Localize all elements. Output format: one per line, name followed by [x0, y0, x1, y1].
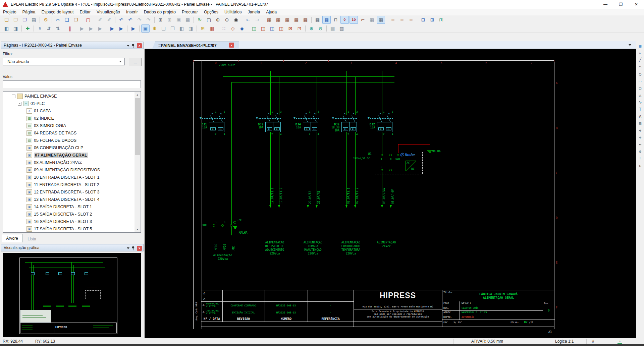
- coordinate-0-icon[interactable]: 0: [340, 16, 349, 24]
- spline-tool-icon[interactable]: ∿: [637, 99, 644, 106]
- grid-b-icon[interactable]: ▦: [274, 16, 282, 24]
- tree-item-07-alimenta-o-geral[interactable]: ▣07 ALIMENTAÇÃO GERAL: [3, 152, 141, 159]
- insert-table-icon[interactable]: ⊞: [156, 16, 165, 24]
- zoom-in-icon[interactable]: ⊕: [214, 16, 222, 24]
- x01-terminal[interactable]: [213, 224, 215, 227]
- maximize-button[interactable]: ❐: [613, 0, 629, 9]
- tree-item-12-entrada-discreta-slot-3[interactable]: ▣12 ENTRADA DISCRETA - SLOT 3: [3, 188, 141, 196]
- tree-item-09-alimenta-o-dispositivos[interactable]: ▣09 ALIMENTAÇÃO DISPOSITIVOS: [3, 166, 141, 174]
- schematic-canvas[interactable]: 01234567ABCDEF 220V-60Hz ⊕××I>I>1324DJ11…: [145, 49, 636, 338]
- menu-dados-do-projeto[interactable]: Dados do projeto: [141, 9, 179, 15]
- copy-icon[interactable]: ❏: [63, 16, 71, 24]
- tab-arvore[interactable]: Árvore: [2, 234, 22, 242]
- breaker-0[interactable]: I>I>: [209, 122, 224, 132]
- preview-panel-header[interactable]: Visualização gráfica x: [1, 244, 144, 251]
- sort-123-icon[interactable]: ⇅: [36, 24, 44, 33]
- tree-item-11-entrada-discreta-slot-2[interactable]: ▣11 ENTRADA DISCRETA - SLOT 2: [3, 181, 141, 188]
- menu-utilitários[interactable]: Utilitários: [221, 9, 245, 15]
- tree-item-02-ndice[interactable]: ▦02 ÍNDICE: [3, 115, 141, 122]
- menu-espaço-do-layout[interactable]: Espaço do layout: [39, 9, 77, 15]
- tree-item-01-capa[interactable]: ✳01 CAPA: [3, 107, 141, 115]
- plc-card-icon[interactable]: ◫: [268, 24, 276, 33]
- tree-item-15-sa-da-discreta-slot-2[interactable]: ▣15 SAÍDA DISCRETA - SLOT 2: [3, 211, 141, 218]
- copy-page-icon[interactable]: ❏: [159, 24, 168, 33]
- interconnect-2-icon[interactable]: ◆: [238, 24, 246, 33]
- hatch-tool-icon[interactable]: ▨: [637, 120, 644, 127]
- jump-2-icon[interactable]: ▶: [117, 24, 125, 33]
- undo-icon[interactable]: ↶: [117, 16, 125, 24]
- prev-doc-icon[interactable]: ◧: [177, 24, 186, 33]
- add-icon[interactable]: ✚: [23, 24, 32, 33]
- filter-browse-button[interactable]: ...: [129, 58, 142, 66]
- grid-display-icon[interactable]: ▦: [313, 16, 322, 24]
- stretch-tool-icon[interactable]: ↔: [637, 141, 644, 148]
- circle-tool-icon[interactable]: ○: [637, 70, 644, 77]
- menu-ajuda[interactable]: Ajuda: [263, 9, 280, 15]
- pe-terminal[interactable]: [234, 221, 236, 224]
- minimize-button[interactable]: —: [598, 0, 613, 9]
- tree-item-10-entrada-discreta-slot-1[interactable]: ▣10 ENTRADA DISCRETA - SLOT 1: [3, 174, 141, 181]
- breaker-1[interactable]: I>I>: [265, 122, 281, 132]
- tree-item-08-alimenta-o-24vcc[interactable]: ▣08 ALIMENTAÇÃO 24Vcc: [3, 159, 141, 166]
- menu-opções[interactable]: Opções: [201, 9, 221, 15]
- forward-icon[interactable]: →: [253, 16, 261, 24]
- zoom-window-icon[interactable]: ▢: [205, 16, 213, 24]
- menu-procurar[interactable]: Procurar: [179, 9, 201, 15]
- potential-plus-icon[interactable]: ⊕: [307, 24, 316, 33]
- scroll-down-icon[interactable]: ▼: [135, 227, 140, 232]
- dots-tool-icon[interactable]: ⋮: [637, 155, 644, 162]
- panel-close-icon[interactable]: x: [137, 246, 142, 251]
- refresh-icon[interactable]: ↻: [196, 16, 204, 24]
- paste-icon[interactable]: ❐: [72, 16, 80, 24]
- panel-menu-chevron-icon[interactable]: [127, 247, 129, 249]
- move-tool-icon[interactable]: ✛: [637, 134, 644, 141]
- redo-list-icon[interactable]: ↷: [144, 16, 153, 24]
- x01-terminal[interactable]: [230, 224, 232, 227]
- close-button[interactable]: ✕: [629, 0, 644, 9]
- jump-1-icon[interactable]: ▶: [108, 24, 116, 33]
- plc-addr-icon[interactable]: ◫: [277, 24, 285, 33]
- back-icon[interactable]: ←: [244, 16, 252, 24]
- sort-ab-icon[interactable]: ⇅: [54, 24, 62, 33]
- paste-page-icon[interactable]: ❐: [168, 24, 177, 33]
- macro-box-icon[interactable]: ▥: [337, 24, 346, 33]
- open-page-icon[interactable]: ❐: [11, 16, 20, 24]
- tree-item-13-entrada-discreta-slot-4[interactable]: ▣13 ENTRADA DISCRETA - SLOT 4: [3, 196, 141, 203]
- zoom-tool-icon[interactable]: ⊕: [637, 148, 644, 155]
- interrupt-icon[interactable]: ‖: [66, 24, 74, 33]
- align-center-icon[interactable]: ≡: [398, 16, 406, 24]
- tree-expander-icon[interactable]: −: [12, 95, 15, 98]
- rect-tool-icon[interactable]: ▭: [637, 77, 644, 84]
- panel-menu-chevron-icon[interactable]: [127, 45, 129, 47]
- rounded-rect-tool-icon[interactable]: ▢: [637, 84, 644, 92]
- pin-icon[interactable]: [131, 44, 135, 48]
- select-pointer-icon[interactable]: ↖: [637, 49, 644, 56]
- tree-item-painel-envase[interactable]: −☰PAINEL ENVASE: [3, 93, 141, 100]
- format-brush-2-icon[interactable]: ✐: [105, 16, 113, 24]
- grid-tool-icon[interactable]: ▦: [637, 42, 644, 49]
- edit-terminal-icon[interactable]: ⊞: [199, 24, 207, 33]
- tree-expander-icon[interactable]: −: [18, 102, 21, 106]
- macro-icon[interactable]: ▤: [328, 24, 337, 33]
- menu-janela[interactable]: Janela: [245, 9, 263, 15]
- device-table-icon[interactable]: ▦: [208, 24, 216, 33]
- device-navigate-icon[interactable]: ▣: [141, 24, 150, 33]
- tab-close-icon[interactable]: x: [229, 43, 234, 48]
- text-tool-icon[interactable]: T: [637, 106, 644, 113]
- plc-sync-icon[interactable]: ⊡: [295, 24, 304, 33]
- tree-item-16-sa-da-discreta-slot-3[interactable]: ▣16 SAÍDA DISCRETA - SLOT 3: [3, 218, 141, 225]
- breaker-4[interactable]: I>I>: [377, 122, 392, 132]
- cut-icon[interactable]: ✂: [54, 16, 62, 24]
- scrollbar-thumb[interactable]: [135, 98, 140, 155]
- arc-tool-icon[interactable]: ◠: [637, 63, 644, 70]
- open-project-icon[interactable]: ❐: [20, 16, 29, 24]
- potential-minus-icon[interactable]: ⊖: [316, 24, 325, 33]
- interconnect-icon[interactable]: ◇: [229, 24, 237, 33]
- snap-object-icon[interactable]: ⊓: [331, 16, 340, 24]
- zoom-out-icon[interactable]: ⊖: [223, 16, 231, 24]
- grid-c-icon[interactable]: ▦: [283, 16, 291, 24]
- symbol-select-icon[interactable]: ∷: [220, 24, 228, 33]
- undo-list-icon[interactable]: ↶: [126, 16, 135, 24]
- breaker-2[interactable]: I>I>: [303, 122, 318, 132]
- zoom-100-icon[interactable]: ◉: [232, 16, 240, 24]
